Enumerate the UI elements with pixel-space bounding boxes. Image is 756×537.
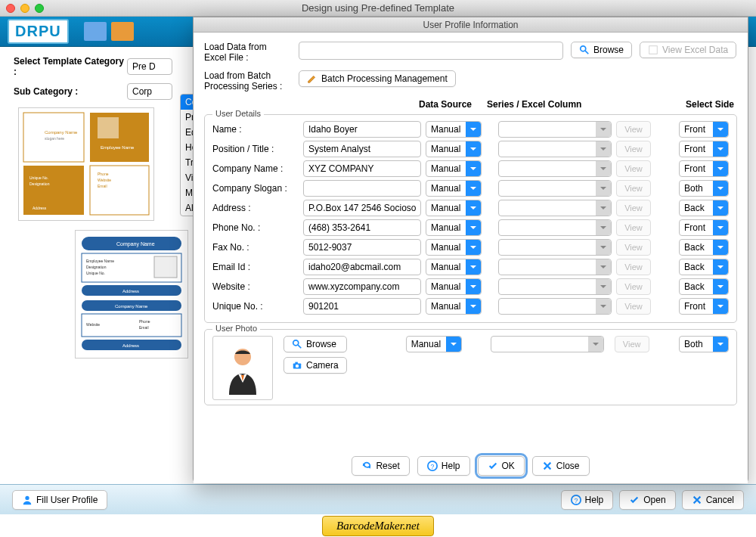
view-button: View [616, 239, 651, 256]
field-input[interactable] [303, 121, 421, 138]
data-source-select[interactable]: Manual [426, 278, 482, 295]
field-input[interactable] [303, 160, 421, 177]
field-label: Website : [212, 281, 299, 292]
field-input[interactable] [303, 219, 421, 236]
field-input[interactable] [303, 180, 421, 197]
svg-line-39 [298, 345, 301, 348]
field-row: Email Id :ManualViewBack [212, 259, 729, 275]
svg-text:Phone: Phone [139, 319, 150, 324]
photo-side-select[interactable]: Both [679, 336, 729, 352]
svg-text:Unique No.: Unique No. [29, 175, 48, 180]
side-select[interactable]: Back [679, 200, 729, 216]
field-input[interactable] [303, 298, 421, 315]
batch-processing-button[interactable]: Batch Processing Management [299, 70, 456, 87]
series-select[interactable] [498, 298, 612, 315]
maximize-window-icon[interactable] [35, 4, 44, 13]
data-source-select[interactable]: Manual [426, 180, 482, 197]
svg-rect-4 [98, 117, 119, 138]
svg-text:Unique No.: Unique No. [86, 271, 105, 275]
side-select[interactable]: Back [679, 278, 729, 295]
data-source-select[interactable]: Manual [426, 160, 482, 177]
help-button[interactable]: ? Help [417, 456, 470, 476]
series-select[interactable] [498, 219, 612, 236]
field-row: Company Name :ManualViewFront [212, 160, 729, 177]
series-select[interactable] [498, 121, 612, 138]
field-row: Fax No. :ManualViewBack [212, 239, 729, 256]
field-label: Position / Title : [212, 144, 299, 154]
data-source-select[interactable]: Manual [426, 239, 482, 256]
field-row: Address :ManualViewBack [212, 200, 729, 216]
fill-user-profile-button[interactable]: Fill User Profile [12, 490, 107, 510]
ok-button[interactable]: OK [478, 456, 525, 476]
svg-text:Employee Name: Employee Name [86, 259, 114, 263]
side-select[interactable]: Front [679, 298, 729, 315]
field-input[interactable] [303, 239, 421, 256]
open-button[interactable]: Open [619, 490, 675, 510]
field-label: Address : [212, 203, 299, 213]
data-source-select[interactable]: Manual [426, 298, 482, 315]
side-select[interactable]: Front [679, 160, 729, 177]
camera-button[interactable]: Camera [284, 357, 347, 374]
svg-text:Company Name: Company Name [45, 130, 78, 135]
view-button: View [616, 259, 651, 275]
template-preview[interactable]: Company NameEmployee NameDesignationUniq… [75, 230, 188, 359]
side-select[interactable]: Front [679, 219, 729, 236]
refresh-icon [361, 461, 372, 471]
browse-photo-button[interactable]: Browse [284, 336, 347, 352]
data-source-select[interactable]: Manual [426, 141, 482, 157]
svg-text:?: ? [430, 463, 434, 470]
template-preview[interactable]: Company Nameslogan hereEmployee NameUniq… [18, 107, 154, 221]
field-input[interactable] [303, 278, 421, 295]
excel-icon [648, 45, 658, 55]
side-select[interactable]: Both [679, 180, 729, 197]
view-button: View [616, 219, 651, 236]
field-row: Website :ManualViewBack [212, 278, 729, 295]
user-details-legend: User Details [212, 109, 264, 118]
user-photo-legend: User Photo [212, 324, 260, 333]
browse-excel-button[interactable]: Browse [571, 42, 632, 58]
excel-file-input[interactable] [299, 42, 563, 60]
side-select[interactable]: Back [679, 239, 729, 256]
series-select[interactable] [498, 180, 612, 197]
template-category-select[interactable]: Pre D [127, 58, 172, 75]
side-select[interactable]: Front [679, 141, 729, 157]
field-input[interactable] [303, 141, 421, 157]
reset-button[interactable]: Reset [352, 456, 409, 476]
data-source-select[interactable]: Manual [426, 219, 482, 236]
field-label: Company Slogan : [212, 183, 299, 194]
svg-text:Website: Website [86, 322, 100, 327]
svg-point-38 [293, 340, 299, 346]
series-select[interactable] [498, 259, 612, 275]
series-select[interactable] [498, 160, 612, 177]
photo-data-source-select[interactable]: Manual [406, 336, 462, 352]
series-select[interactable] [498, 141, 612, 157]
minimize-window-icon[interactable] [20, 4, 29, 13]
data-source-select[interactable]: Manual [426, 200, 482, 216]
cancel-button[interactable]: Cancel [682, 490, 744, 510]
field-row: Company Slogan :ManualViewBoth [212, 180, 729, 197]
user-icon [22, 495, 33, 505]
sub-category-select[interactable]: Corp [127, 83, 172, 100]
series-select[interactable] [498, 200, 612, 216]
close-button[interactable]: Close [532, 456, 590, 476]
side-select[interactable]: Front [679, 121, 729, 138]
field-input[interactable] [303, 200, 421, 216]
help-button[interactable]: ? Help [561, 490, 614, 510]
data-source-select[interactable]: Manual [426, 121, 482, 138]
close-window-icon[interactable] [6, 4, 15, 13]
photo-series-select[interactable] [491, 336, 604, 352]
main-titlebar: Design using Pre-defined Template [0, 0, 756, 17]
field-input[interactable] [303, 259, 421, 275]
check-icon [488, 461, 498, 471]
view-button: View [616, 160, 651, 177]
side-select[interactable]: Back [679, 259, 729, 275]
data-source-select[interactable]: Manual [426, 259, 482, 275]
svg-rect-20 [154, 256, 177, 278]
svg-point-34 [581, 46, 586, 51]
series-select[interactable] [498, 278, 612, 295]
svg-text:slogan here: slogan here [45, 136, 64, 141]
footer: BarcodeMaker.net [0, 514, 756, 537]
close-icon [542, 461, 553, 471]
camera-icon [292, 360, 302, 371]
series-select[interactable] [498, 239, 612, 256]
